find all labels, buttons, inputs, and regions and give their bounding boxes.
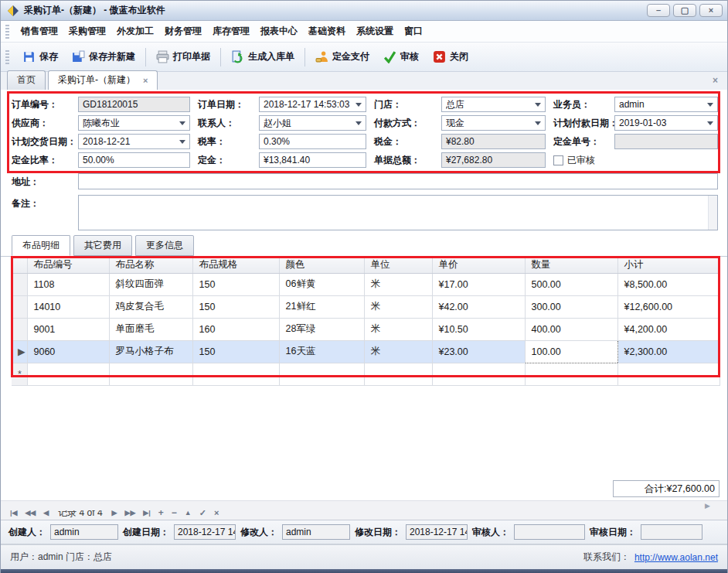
col-header[interactable]: 颜色 (279, 257, 364, 273)
col-header[interactable]: 小计 (617, 257, 719, 273)
payment-method-label: 付款方式： (374, 117, 441, 130)
modify-date-label: 修改日期： (355, 526, 401, 539)
planned-delivery-date-select[interactable]: 2018-12-21 (78, 134, 190, 149)
audit-button[interactable]: 审核 (376, 46, 426, 67)
print-button[interactable]: 打印单据 (149, 46, 217, 67)
table-row-new[interactable]: * (12, 363, 719, 385)
chevron-down-icon (179, 121, 185, 125)
subtab-other-fees[interactable]: 其它费用 (73, 235, 132, 256)
audit-date-field (641, 524, 702, 540)
supplier-select[interactable]: 陈曦布业 (78, 115, 190, 131)
save-and-new-button[interactable]: 保存并新建 (65, 46, 142, 67)
menu-purchase[interactable]: 采购管理 (63, 22, 111, 41)
tab-home[interactable]: 首页 (7, 70, 46, 90)
scrollbar[interactable] (708, 196, 717, 230)
menu-bar: 销售管理 采购管理 外发加工 财务管理 库存管理 报表中心 基础资料 系统设置 … (1, 21, 727, 43)
tab-close-icon[interactable]: × (143, 76, 148, 85)
scroll-right-icon[interactable]: ▶ (705, 502, 710, 510)
creator-field: admin (50, 524, 118, 540)
toolbar-separator (145, 48, 146, 67)
menu-inventory[interactable]: 库存管理 (207, 22, 255, 41)
auditor-label: 审核人： (472, 526, 509, 539)
selected-row-marker: ▶ (12, 340, 27, 363)
new-row-marker: * (12, 363, 27, 385)
row-indicator-header (12, 257, 27, 273)
close-window-button[interactable]: × (699, 4, 723, 17)
main-content: 订单编号： GD18120015 订单日期： 2018-12-17 14:53:… (1, 90, 727, 505)
col-header[interactable]: 布品规格 (192, 257, 279, 273)
detail-table: 布品编号 布品名称 布品规格 颜色 单位 单价 数量 小计 1108 斜纹四面弹… (12, 257, 720, 386)
chevron-down-icon (535, 121, 541, 125)
contact-select[interactable]: 赵小姐 (259, 115, 366, 131)
planned-payment-date-select[interactable]: 2019-01-03 (614, 115, 718, 131)
col-header[interactable]: 布品名称 (109, 257, 192, 273)
order-date-select[interactable]: 2018-12-17 14:53:03 (259, 97, 366, 112)
deposit-no-label: 定金单号： (553, 135, 614, 148)
planned-delivery-date-label: 计划交货日期： (12, 135, 78, 148)
salesman-select[interactable]: admin (614, 97, 718, 112)
remark-textarea[interactable] (78, 195, 718, 230)
save-button[interactable]: 保存 (15, 46, 65, 67)
col-header[interactable]: 单位 (364, 257, 432, 273)
menu-system[interactable]: 系统设置 (351, 22, 399, 41)
subtab-fabric-detail[interactable]: 布品明细 (12, 235, 70, 256)
order-form: 订单编号： GD18120015 订单日期： 2018-12-17 14:53:… (1, 90, 727, 168)
order-no-label: 订单编号： (12, 98, 78, 111)
audited-checkbox[interactable] (553, 155, 563, 165)
bill-total-label: 单据总额： (374, 154, 441, 167)
menu-basic-data[interactable]: 基础资料 (303, 22, 351, 41)
deposit-pay-icon (315, 50, 328, 63)
generate-inbound-button[interactable]: 生成入库单 (224, 46, 301, 67)
tab-purchase-order[interactable]: 采购订单-（新建） × (48, 70, 158, 90)
col-header[interactable]: 数量 (525, 257, 617, 273)
tax-amount-field: ¥82.80 (441, 134, 546, 149)
printer-icon (156, 50, 169, 63)
table-header-row: 布品编号 布品名称 布品规格 颜色 单位 单价 数量 小计 (12, 257, 719, 273)
close-button[interactable]: 关闭 (426, 46, 475, 67)
table-row[interactable]: 9001 单面磨毛 160 28军绿 米 ¥10.50 400.00 ¥4,20… (12, 318, 719, 340)
deposit-ratio-label: 定金比率： (12, 154, 78, 167)
audited-checkbox-wrap[interactable]: 已审核 (553, 154, 614, 167)
auditor-field (514, 524, 585, 540)
modifier-field: admin (282, 524, 350, 540)
menu-sales[interactable]: 销售管理 (15, 22, 63, 41)
deposit-pay-button[interactable]: 定金支付 (308, 46, 376, 67)
deposit-amount-input[interactable]: ¥13,841.40 (259, 152, 366, 168)
order-no-field[interactable]: GD18120015 (78, 97, 190, 112)
check-icon (383, 50, 396, 63)
table-row-selected[interactable]: ▶ 9060 罗马小格子布 150 16天蓝 米 ¥23.00 100.00 ¥… (12, 340, 719, 363)
payment-method-select[interactable]: 现金 (441, 115, 546, 131)
audit-footer: 创建人： admin 创建日期： 2018-12-17 14 修改人： admi… (1, 520, 727, 544)
menu-finance[interactable]: 财务管理 (159, 22, 207, 41)
window-title: 采购订单-（新建） - 傲蓝布业软件 (24, 4, 165, 17)
create-date-label: 创建日期： (123, 526, 169, 539)
tabstrip-close-icon[interactable]: × (713, 75, 718, 86)
menu-outsourcing[interactable]: 外发加工 (111, 22, 159, 41)
detail-subtabs: 布品明细 其它费用 更多信息 (1, 237, 727, 256)
address-input[interactable] (78, 173, 718, 189)
store-select[interactable]: 总店 (441, 97, 546, 112)
minimize-button[interactable]: – (647, 4, 670, 17)
deposit-ratio-input[interactable]: 50.00% (78, 152, 190, 168)
menu-reports[interactable]: 报表中心 (255, 22, 303, 41)
app-icon (7, 5, 19, 17)
status-bar: 用户：admin 门店：总店 联系我们： http://www.aolan.ne… (1, 544, 727, 569)
focused-cell[interactable]: 100.00 (525, 340, 617, 363)
horizontal-scrollbar[interactable]: ▶ (1, 500, 727, 510)
table-row[interactable]: 1108 斜纹四面弹 150 06鲜黄 米 ¥17.00 500.00 ¥8,5… (12, 273, 719, 295)
grip-handle (5, 50, 9, 64)
store-label: 门店： (374, 98, 441, 111)
subtab-more-info[interactable]: 更多信息 (135, 235, 194, 256)
tax-rate-input[interactable]: 0.30% (259, 134, 366, 149)
col-header[interactable]: 布品编号 (27, 257, 109, 273)
table-row[interactable]: 14010 鸡皮复合毛 150 21鲜红 米 ¥42.00 300.00 ¥12… (12, 295, 719, 318)
col-header[interactable]: 单价 (432, 257, 525, 273)
create-date-field: 2018-12-17 14 (174, 524, 236, 540)
menu-window[interactable]: 窗口 (399, 22, 428, 41)
document-tabstrip: 首页 采购订单-（新建） × × (1, 72, 727, 90)
website-link[interactable]: http://www.aolan.net (634, 552, 718, 563)
planned-payment-date-label: 计划付款日期： (553, 117, 614, 130)
tax-rate-label: 税率： (198, 135, 259, 148)
maximize-button[interactable]: ▢ (673, 4, 696, 17)
audited-label: 已审核 (567, 154, 595, 167)
